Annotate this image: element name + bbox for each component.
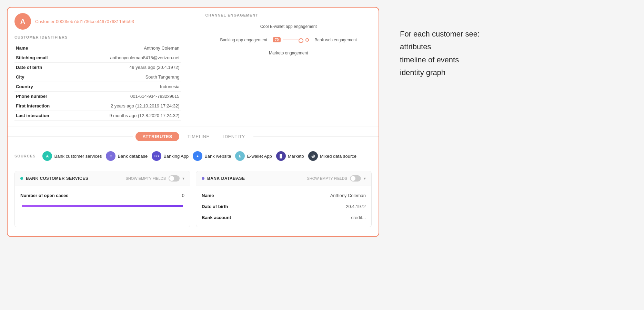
phone-value: 001-614-934-7832x9615 xyxy=(81,92,181,101)
chevron-down-icon-bd[interactable]: ▾ xyxy=(364,176,366,181)
country-value: Indonesia xyxy=(81,82,181,92)
source-icon-bank-customer-services: A xyxy=(42,151,52,161)
first-interaction-value: 2 years ago (12.10.2019 17:24:32) xyxy=(81,101,181,111)
sources-section: SOURCES A Bank customer services ≡ Bank … xyxy=(8,147,379,165)
avatar: A xyxy=(14,13,31,30)
source-icon-banking-app: SB xyxy=(152,151,161,161)
customer-info-table: Name Anthony Coleman Stitching email ant… xyxy=(14,43,181,121)
last-interaction-value: 9 months ago (12.8.2020 17:24:32) xyxy=(81,111,181,121)
show-empty-label-bcs: SHOW EMPTY FIELDS xyxy=(125,176,166,180)
channel-panel: CHANNEL ENGAGEMENT Cool E-wallet app eng… xyxy=(202,13,372,121)
source-icon-bank-website: ● xyxy=(193,151,202,161)
tab-timeline[interactable]: TIMELINE xyxy=(182,132,215,141)
attr-card-bank-database: BANK DATABASE SHOW EMPTY FIELDS ▾ Name A… xyxy=(196,171,372,227)
first-interaction-label: First interaction xyxy=(14,101,81,111)
channel-title: CHANNEL ENGAGEMENT xyxy=(205,13,372,17)
tab-divider-left xyxy=(8,136,133,137)
source-label-bank-database: Bank database xyxy=(118,154,148,159)
bd-account-label: Bank account xyxy=(202,215,231,220)
table-row: Name Anthony Coleman xyxy=(14,43,181,53)
source-chip-marketo[interactable]: ▐▌ Marketo xyxy=(276,151,304,161)
attr-card-controls-bd: SHOW EMPTY FIELDS ▾ xyxy=(307,175,366,182)
source-label-mixed: Mixed data source xyxy=(320,154,356,159)
phone-label: Phone number xyxy=(14,92,81,101)
attr-row-bank-account: Bank account credit... xyxy=(202,212,366,223)
source-label-ewallet: E-wallet App xyxy=(247,154,272,159)
channel-center: 70 xyxy=(273,37,309,42)
dob-value: 49 years ago (20.4.1972) xyxy=(81,63,181,72)
attr-row-open-cases: Number of open cases 0 xyxy=(20,190,184,201)
attr-row-name: Name Anthony Coleman xyxy=(202,190,366,201)
table-row: Country Indonesia xyxy=(14,82,181,92)
bd-name-value: Anthony Coleman xyxy=(330,193,366,198)
table-row: Stitching email anthonycoleman8415@veriz… xyxy=(14,53,181,63)
toggle-bcs[interactable] xyxy=(169,175,180,182)
customer-id: Customer 00005eb7dd1736ceef46707681156b9… xyxy=(35,19,134,24)
bd-name-label: Name xyxy=(202,193,214,198)
bd-dob-value: 20.4.1972 xyxy=(346,204,366,209)
tabs-section: ATTRIBUTES TIMELINE IDENTITY xyxy=(8,126,379,147)
attr-card-bank-customer-services: BANK CUSTOMER SERVICES SHOW EMPTY FIELDS… xyxy=(14,171,190,227)
customer-info-panel: A Customer 00005eb7dd1736ceef46707681156… xyxy=(14,13,188,121)
channel-line xyxy=(283,40,303,40)
customer-header: A Customer 00005eb7dd1736ceef46707681156… xyxy=(14,13,181,30)
stitching-email-label: Stitching email xyxy=(14,53,81,63)
channel-middle-row: Banking app engagement 70 Bank web engag… xyxy=(205,37,372,42)
city-label: City xyxy=(14,72,81,82)
source-chip-bank-database[interactable]: ≡ Bank database xyxy=(106,151,148,161)
source-icon-ewallet: E xyxy=(235,151,245,161)
attr-card-body-bcs: Number of open cases 0 xyxy=(15,186,190,205)
open-cases-label: Number of open cases xyxy=(20,193,68,198)
last-interaction-label: Last interaction xyxy=(14,111,81,121)
channel-diagram: Cool E-wallet app engagement Banking app… xyxy=(205,24,372,55)
chevron-down-icon-bcs[interactable]: ▾ xyxy=(182,176,184,181)
sidebar-description: For each customer see:attributestimeline… xyxy=(400,28,507,79)
sidebar-text: For each customer see:attributestimeline… xyxy=(393,7,514,100)
attr-card-title-text-bd: BANK DATABASE xyxy=(207,176,245,181)
source-label-bank-customer-services: Bank customer services xyxy=(54,154,102,159)
tab-divider-right xyxy=(253,136,379,137)
channel-endpoint xyxy=(305,38,309,42)
source-icon-marketo: ▐▌ xyxy=(276,151,286,161)
table-row: Date of birth 49 years ago (20.4.1972) xyxy=(14,63,181,72)
channel-bank-web: Bank web engagement xyxy=(314,38,357,42)
table-row: First interaction 2 years ago (12.10.201… xyxy=(14,101,181,111)
stitching-email-value: anthonycoleman8415@verizon.net xyxy=(81,53,181,63)
channel-badge: 70 xyxy=(273,37,281,42)
bd-dob-label: Date of birth xyxy=(202,204,228,209)
channel-ewallet: Cool E-wallet app engagement xyxy=(260,24,317,29)
attr-card-controls-bcs: SHOW EMPTY FIELDS ▾ xyxy=(125,175,184,182)
source-chip-banking-app[interactable]: SB Banking App xyxy=(152,151,189,161)
source-chip-bank-website[interactable]: ● Bank website xyxy=(193,151,231,161)
attr-card-title-bcs: BANK CUSTOMER SERVICES xyxy=(20,176,88,181)
name-value: Anthony Coleman xyxy=(81,43,181,53)
bd-account-value: credit... xyxy=(351,215,366,220)
attr-dot-bcs xyxy=(20,177,23,180)
show-empty-label-bd: SHOW EMPTY FIELDS xyxy=(307,176,347,180)
source-chip-mixed[interactable]: ◎ Mixed data source xyxy=(308,151,356,161)
attr-card-header-bcs: BANK CUSTOMER SERVICES SHOW EMPTY FIELDS… xyxy=(15,171,190,186)
source-label-marketo: Marketo xyxy=(288,154,304,159)
attributes-grid: BANK CUSTOMER SERVICES SHOW EMPTY FIELDS… xyxy=(8,165,379,233)
tab-attributes[interactable]: ATTRIBUTES xyxy=(135,132,179,141)
vertical-divider xyxy=(195,13,195,121)
main-panel: A Customer 00005eb7dd1736ceef46707681156… xyxy=(7,7,379,237)
source-icon-bank-database: ≡ xyxy=(106,151,115,161)
name-label: Name xyxy=(14,43,81,53)
table-row: Phone number 001-614-934-7832x9615 xyxy=(14,92,181,101)
source-label-banking-app: Banking App xyxy=(163,154,189,159)
source-chip-bank-customer-services[interactable]: A Bank customer services xyxy=(42,151,102,161)
tab-identity[interactable]: IDENTITY xyxy=(218,132,251,141)
source-chip-ewallet[interactable]: E E-wallet App xyxy=(235,151,272,161)
attr-card-body-bd: Name Anthony Coleman Date of birth 20.4.… xyxy=(196,186,371,227)
dob-label: Date of birth xyxy=(14,63,81,72)
channel-banking-app: Banking app engagement xyxy=(220,38,267,42)
table-row: Last interaction 9 months ago (12.8.2020… xyxy=(14,111,181,121)
country-label: Country xyxy=(14,82,81,92)
top-section: A Customer 00005eb7dd1736ceef46707681156… xyxy=(8,8,379,126)
attr-card-title-bd: BANK DATABASE xyxy=(202,176,245,181)
toggle-bd[interactable] xyxy=(350,175,361,182)
attr-row-dob: Date of birth 20.4.1972 xyxy=(202,201,366,212)
attr-dot-bd xyxy=(202,177,204,180)
source-label-bank-website: Bank website xyxy=(204,154,231,159)
